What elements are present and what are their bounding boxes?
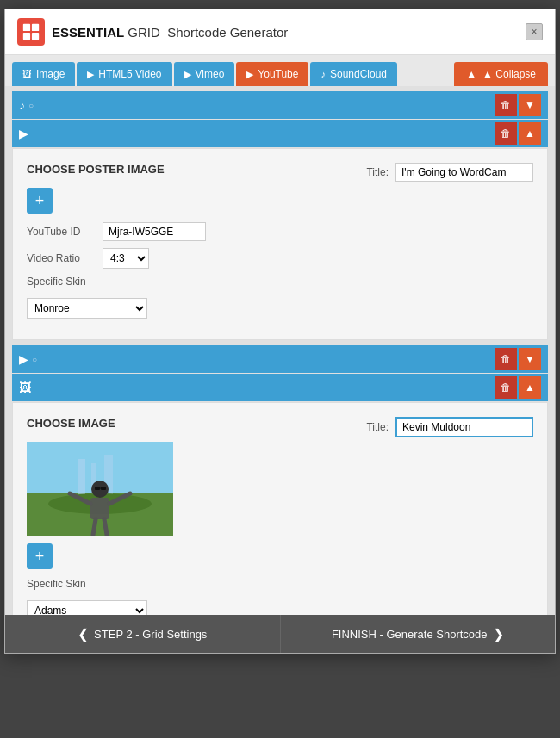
card2-section-title: CHOOSE IMAGE bbox=[27, 417, 349, 430]
svg-rect-11 bbox=[90, 498, 109, 519]
card1-section-title: CHOOSE POSTER IMAGE bbox=[27, 163, 349, 176]
card1-add-button[interactable]: + bbox=[27, 188, 53, 214]
bar3-collapse-button[interactable]: ▼ bbox=[519, 348, 541, 370]
tab-html5video[interactable]: ▶ HTML5 Video bbox=[77, 62, 171, 86]
bar4-trash-button[interactable]: 🗑 bbox=[495, 376, 517, 399]
close-button[interactable]: × bbox=[526, 23, 543, 40]
svg-rect-3 bbox=[32, 33, 39, 40]
bar1-actions: 🗑 ▼ bbox=[495, 94, 541, 116]
svg-rect-1 bbox=[32, 24, 39, 31]
modal: ESSENTIAL GRID Shortcode Generator × 🖼 I… bbox=[4, 9, 556, 654]
bar3-video-icon: ▶ bbox=[19, 352, 28, 366]
collapse-button[interactable]: ▲ ▲ Collapse bbox=[454, 62, 548, 86]
next-button[interactable]: FINNISH - Generate Shortcode ❯ bbox=[281, 615, 556, 653]
tab-vimeo[interactable]: ▶ Vimeo bbox=[174, 62, 235, 86]
next-arrow-icon: ❯ bbox=[493, 626, 504, 642]
card1-skin-label: Specific Skin bbox=[27, 276, 96, 288]
collapse-arrow-icon: ▲ bbox=[466, 68, 476, 80]
card1-video-ratio-select[interactable]: 4:3 16:9 bbox=[103, 248, 149, 269]
card1-youtube-id-input[interactable] bbox=[103, 222, 206, 241]
svg-rect-0 bbox=[23, 24, 30, 31]
card2-header-row: CHOOSE IMAGE bbox=[27, 417, 533, 628]
logo-icon bbox=[17, 18, 45, 46]
bar2-actions: 🗑 ▲ bbox=[495, 122, 541, 145]
card1-panel: CHOOSE POSTER IMAGE + YouTube ID Video R… bbox=[12, 148, 548, 340]
svg-rect-17 bbox=[101, 487, 106, 490]
svg-line-15 bbox=[104, 519, 107, 535]
card2-person-image bbox=[27, 442, 173, 536]
tab-youtube[interactable]: ▶ YouTube bbox=[236, 62, 308, 86]
bar1-trash-button[interactable]: 🗑 bbox=[495, 94, 517, 116]
card2-skin-label: Specific Skin bbox=[27, 578, 96, 590]
prev-button[interactable]: ❮ STEP 2 - Grid Settings bbox=[5, 615, 281, 653]
bar3-actions: 🗑 ▼ bbox=[495, 348, 541, 370]
card1-youtube-id-row: YouTube ID bbox=[27, 222, 349, 241]
youtube-tab-icon: ▶ bbox=[246, 69, 253, 80]
tab-image[interactable]: 🖼 Image bbox=[12, 62, 75, 86]
content-area: ♪ ○ 🗑 ▼ ▶ 🗑 ▲ CHOOSE POSTER IM bbox=[5, 86, 555, 653]
card1-right: Title: bbox=[366, 163, 533, 182]
card2-left: CHOOSE IMAGE bbox=[27, 417, 349, 628]
bar1-collapse-button[interactable]: ▼ bbox=[519, 94, 541, 116]
header-title: ESSENTIAL GRID Shortcode Generator bbox=[52, 25, 288, 40]
card1-youtube-id-label: YouTube ID bbox=[27, 226, 96, 238]
bar4-image-icon: 🖼 bbox=[19, 381, 31, 394]
html5video-tab-icon: ▶ bbox=[87, 69, 94, 80]
modal-overlay: ESSENTIAL GRID Shortcode Generator × 🖼 I… bbox=[0, 0, 560, 738]
card2-right: Title: bbox=[366, 417, 533, 437]
bar4-actions: 🗑 ▲ bbox=[495, 376, 541, 399]
card1-skin-select[interactable]: Monroe Adams Default bbox=[27, 298, 147, 319]
svg-rect-2 bbox=[23, 33, 30, 40]
card2-title-input[interactable] bbox=[395, 417, 533, 437]
card1-video-ratio-row: Video Ratio 4:3 16:9 bbox=[27, 248, 349, 269]
row-bar-1: ♪ ○ 🗑 ▼ bbox=[12, 91, 548, 119]
row-bar-2: ▶ 🗑 ▲ bbox=[12, 120, 548, 147]
tab-soundcloud[interactable]: ♪ SoundCloud bbox=[310, 62, 397, 86]
bar2-collapse-button[interactable]: ▲ bbox=[519, 122, 541, 145]
svg-rect-16 bbox=[95, 487, 100, 490]
soundcloud-tab-icon: ♪ bbox=[320, 69, 326, 79]
svg-rect-6 bbox=[78, 459, 85, 498]
card2-add-button[interactable]: + bbox=[27, 543, 53, 569]
card1-left: CHOOSE POSTER IMAGE + YouTube ID Video R… bbox=[27, 163, 349, 326]
image-tab-icon: 🖼 bbox=[22, 69, 32, 79]
card1-skin-row: Specific Skin Monroe Adams Default bbox=[27, 276, 349, 319]
card2-panel: CHOOSE IMAGE bbox=[12, 402, 548, 642]
bar3-trash-button[interactable]: 🗑 bbox=[495, 348, 517, 370]
bar2-trash-button[interactable]: 🗑 bbox=[495, 122, 517, 145]
prev-arrow-icon: ❮ bbox=[78, 626, 89, 642]
tab-bar: 🖼 Image ▶ HTML5 Video ▶ Vimeo ▶ YouTube … bbox=[5, 55, 555, 86]
row-bar-4: 🖼 🗑 ▲ bbox=[12, 374, 548, 401]
bar1-dot: ○ bbox=[28, 101, 34, 110]
svg-line-14 bbox=[93, 519, 96, 535]
vimeo-tab-icon: ▶ bbox=[184, 69, 191, 80]
bar2-video-icon: ▶ bbox=[19, 127, 28, 140]
bottom-nav: ❮ STEP 2 - Grid Settings FINNISH - Gener… bbox=[5, 615, 555, 653]
bar1-music-icon: ♪ bbox=[19, 98, 25, 112]
row-bar-3: ▶ ○ 🗑 ▼ bbox=[12, 345, 548, 373]
bar3-dot: ○ bbox=[32, 355, 37, 364]
card1-title-label: Title: bbox=[366, 166, 389, 178]
modal-header: ESSENTIAL GRID Shortcode Generator × bbox=[5, 9, 555, 55]
card1-title-input[interactable] bbox=[395, 163, 533, 182]
bar4-collapse-button[interactable]: ▲ bbox=[519, 376, 541, 399]
card1-header-row: CHOOSE POSTER IMAGE + YouTube ID Video R… bbox=[27, 163, 533, 326]
card1-video-ratio-label: Video Ratio bbox=[27, 252, 96, 264]
card2-title-label: Title: bbox=[366, 421, 389, 433]
